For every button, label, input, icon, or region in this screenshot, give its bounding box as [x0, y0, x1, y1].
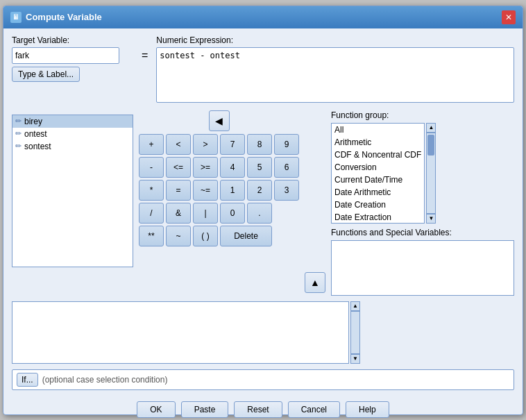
- calculator-grid: + < > 7 8 9 - <= >= 4 5 6 * = ~= 1 2: [139, 134, 299, 246]
- calc-dot[interactable]: .: [247, 203, 272, 224]
- function-panel: Function group: All Arithmetic CDF & Non…: [331, 110, 514, 296]
- delete-button[interactable]: Delete: [220, 226, 272, 246]
- func-group-date-creation[interactable]: Date Creation: [332, 199, 424, 211]
- scrollbar-track: [426, 133, 436, 214]
- reset-button[interactable]: Reset: [234, 401, 282, 418]
- calc-or[interactable]: |: [193, 203, 218, 224]
- var-item-ontest[interactable]: ✏ ontest: [12, 128, 133, 140]
- pencil-icon-sontest: ✏: [15, 142, 22, 151]
- functions-special-label: Functions and Special Variables:: [331, 228, 514, 237]
- variable-list: ✏ birey ✏ ontest ✏ sontest: [12, 115, 133, 267]
- calc-power[interactable]: **: [139, 226, 164, 246]
- calc-gte[interactable]: >=: [193, 157, 218, 178]
- calc-tilde[interactable]: ~: [166, 226, 191, 246]
- calc-section: ◀ + < > 7 8 9 - <= >= 4 5 6 * =: [139, 110, 299, 296]
- dialog-icon: 🖩: [10, 12, 22, 23]
- calc-8[interactable]: 8: [247, 134, 272, 155]
- func-group-date-arithmetic[interactable]: Date Arithmetic: [332, 186, 424, 199]
- arrow-row: ◀: [139, 110, 299, 131]
- text-scroll-up[interactable]: ▲: [350, 301, 360, 311]
- ok-button[interactable]: OK: [137, 401, 175, 418]
- middle-row: ✏ birey ✏ ontest ✏ sontest: [12, 110, 514, 296]
- target-variable-input[interactable]: [12, 47, 119, 64]
- calc-minus[interactable]: -: [139, 157, 164, 178]
- left-panel: Target Variable: Type & Label...: [12, 35, 133, 82]
- calc-7[interactable]: 7: [220, 134, 245, 155]
- close-button[interactable]: ✕: [502, 10, 516, 24]
- transfer-arrow-button[interactable]: ◀: [209, 110, 230, 131]
- dialog-title: Compute Variable: [26, 12, 102, 22]
- if-row: If... (optional case selection condition…: [12, 369, 514, 390]
- func-group-arithmetic[interactable]: Arithmetic: [332, 136, 424, 149]
- dialog-body: Target Variable: Type & Label... = Numer…: [3, 28, 523, 397]
- pencil-icon-birey: ✏: [15, 117, 22, 126]
- calc-4[interactable]: 4: [220, 157, 245, 178]
- variable-section: ✏ birey ✏ ontest ✏ sontest: [12, 110, 133, 296]
- text-scrollbar-track: [350, 311, 360, 354]
- bottom-text-area[interactable]: [12, 301, 349, 364]
- title-bar: 🖩 Compute Variable ✕: [3, 6, 523, 28]
- calc-parens[interactable]: ( ): [193, 226, 218, 246]
- calc-5[interactable]: 5: [247, 157, 272, 178]
- calc-1[interactable]: 1: [220, 180, 245, 201]
- calc-plus[interactable]: +: [139, 134, 164, 155]
- calc-notequal[interactable]: ~=: [193, 180, 218, 201]
- right-panel: Numeric Expression: sontest - ontest: [156, 35, 514, 105]
- func-vars-extra: [366, 301, 514, 364]
- func-group-date-extraction[interactable]: Date Extraction: [332, 211, 424, 224]
- bottom-text-section: ▲ ▼: [12, 301, 360, 364]
- calc-greater[interactable]: >: [193, 134, 218, 155]
- bottom-section: ▲ ▼: [12, 301, 514, 364]
- bottom-buttons: OK Paste Reset Cancel Help: [3, 397, 523, 421]
- calc-equals[interactable]: =: [166, 180, 191, 201]
- functions-special-list[interactable]: [331, 240, 514, 296]
- calc-lte[interactable]: <=: [166, 157, 191, 178]
- calc-less[interactable]: <: [166, 134, 191, 155]
- paste-button[interactable]: Paste: [181, 401, 229, 418]
- if-button[interactable]: If...: [17, 373, 38, 387]
- text-area-scrollbar: ▲ ▼: [350, 301, 360, 364]
- var-item-birey[interactable]: ✏ birey: [12, 115, 133, 128]
- scrollbar-thumb: [427, 135, 434, 156]
- var-name-ontest: ontest: [24, 129, 47, 139]
- calc-and[interactable]: &: [166, 203, 191, 224]
- equals-sign: =: [142, 35, 148, 62]
- cancel-button[interactable]: Cancel: [288, 401, 340, 418]
- top-row: Target Variable: Type & Label... = Numer…: [12, 35, 514, 105]
- up-arrow-section: ▲: [305, 110, 325, 296]
- help-button[interactable]: Help: [346, 401, 389, 418]
- scroll-up-arrow[interactable]: ▲: [426, 123, 436, 133]
- if-label: (optional case selection condition): [42, 375, 168, 385]
- calc-2[interactable]: 2: [247, 180, 272, 201]
- func-group-all[interactable]: All: [332, 124, 424, 136]
- var-item-sontest[interactable]: ✏ sontest: [12, 140, 133, 153]
- text-scroll-down[interactable]: ▼: [350, 354, 360, 364]
- calc-3[interactable]: 3: [274, 180, 299, 201]
- function-group-list[interactable]: All Arithmetic CDF & Noncentral CDF Conv…: [331, 123, 425, 224]
- func-group-cdf[interactable]: CDF & Noncentral CDF: [332, 149, 424, 161]
- func-group-current-date[interactable]: Current Date/Time: [332, 174, 424, 186]
- var-name-birey: birey: [24, 117, 42, 126]
- func-group-conversion[interactable]: Conversion: [332, 161, 424, 174]
- func-group-scrollbar: ▲ ▼: [426, 123, 436, 224]
- calc-0[interactable]: 0: [220, 203, 245, 224]
- calc-multiply[interactable]: *: [139, 180, 164, 201]
- calc-9[interactable]: 9: [274, 134, 299, 155]
- calc-6[interactable]: 6: [274, 157, 299, 178]
- type-label-button[interactable]: Type & Label...: [12, 67, 80, 82]
- compute-variable-dialog: 🖩 Compute Variable ✕ Target Variable: Ty…: [3, 6, 523, 415]
- pencil-icon-ontest: ✏: [15, 129, 22, 138]
- calc-divide[interactable]: /: [139, 203, 164, 224]
- target-variable-label: Target Variable:: [12, 35, 133, 45]
- var-name-sontest: sontest: [24, 142, 51, 151]
- numeric-expression-input[interactable]: sontest - ontest: [156, 47, 514, 103]
- scroll-down-arrow[interactable]: ▼: [426, 214, 436, 224]
- numeric-expression-label: Numeric Expression:: [156, 35, 514, 45]
- up-arrow-button[interactable]: ▲: [305, 272, 325, 293]
- title-bar-left: 🖩 Compute Variable: [10, 12, 102, 23]
- func-group-scroll-area: All Arithmetic CDF & Noncentral CDF Conv…: [331, 123, 514, 224]
- function-group-label: Function group:: [331, 110, 514, 120]
